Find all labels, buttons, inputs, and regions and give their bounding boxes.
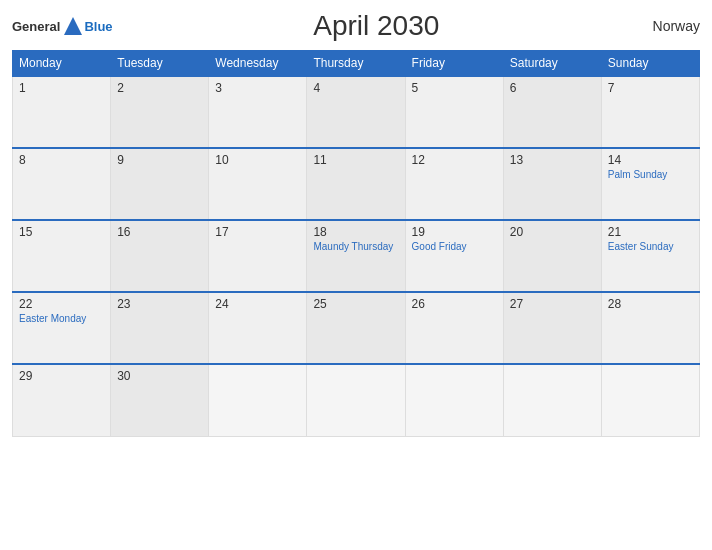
table-row: 19Good Friday (405, 220, 503, 292)
day-number: 22 (19, 297, 104, 311)
holiday-label: Palm Sunday (608, 169, 693, 180)
table-row: 26 (405, 292, 503, 364)
day-number: 6 (510, 81, 595, 95)
table-row: 15 (13, 220, 111, 292)
day-number: 19 (412, 225, 497, 239)
logo-general-text: General (12, 19, 60, 34)
weekday-header-row: Monday Tuesday Wednesday Thursday Friday… (13, 51, 700, 77)
day-number: 13 (510, 153, 595, 167)
table-row: 4 (307, 76, 405, 148)
calendar-table: Monday Tuesday Wednesday Thursday Friday… (12, 50, 700, 437)
table-row: 16 (111, 220, 209, 292)
day-number: 28 (608, 297, 693, 311)
table-row (503, 364, 601, 436)
day-number: 16 (117, 225, 202, 239)
table-row: 17 (209, 220, 307, 292)
holiday-label: Good Friday (412, 241, 497, 252)
table-row: 29 (13, 364, 111, 436)
table-row: 30 (111, 364, 209, 436)
day-number: 17 (215, 225, 300, 239)
table-row: 14Palm Sunday (601, 148, 699, 220)
table-row: 11 (307, 148, 405, 220)
table-row: 21Easter Sunday (601, 220, 699, 292)
day-number: 1 (19, 81, 104, 95)
logo-icon (62, 15, 84, 37)
day-number: 4 (313, 81, 398, 95)
table-row (601, 364, 699, 436)
logo: General Blue (12, 15, 113, 37)
table-row: 27 (503, 292, 601, 364)
day-number: 27 (510, 297, 595, 311)
day-number: 23 (117, 297, 202, 311)
day-number: 3 (215, 81, 300, 95)
table-row: 2 (111, 76, 209, 148)
table-row: 6 (503, 76, 601, 148)
table-row: 3 (209, 76, 307, 148)
table-row: 13 (503, 148, 601, 220)
table-row: 5 (405, 76, 503, 148)
day-number: 8 (19, 153, 104, 167)
day-number: 11 (313, 153, 398, 167)
col-friday: Friday (405, 51, 503, 77)
table-row: 25 (307, 292, 405, 364)
day-number: 21 (608, 225, 693, 239)
table-row: 18Maundy Thursday (307, 220, 405, 292)
holiday-label: Easter Sunday (608, 241, 693, 252)
table-row: 1 (13, 76, 111, 148)
logo-blue-text: Blue (84, 19, 112, 34)
col-thursday: Thursday (307, 51, 405, 77)
day-number: 14 (608, 153, 693, 167)
holiday-label: Easter Monday (19, 313, 104, 324)
table-row: 24 (209, 292, 307, 364)
table-row: 20 (503, 220, 601, 292)
table-row: 7 (601, 76, 699, 148)
week-row-1: 1234567 (13, 76, 700, 148)
col-saturday: Saturday (503, 51, 601, 77)
day-number: 7 (608, 81, 693, 95)
col-sunday: Sunday (601, 51, 699, 77)
calendar-page: General Blue April 2030 Norway Monday Tu… (0, 0, 712, 550)
week-row-2: 891011121314Palm Sunday (13, 148, 700, 220)
table-row: 12 (405, 148, 503, 220)
day-number: 5 (412, 81, 497, 95)
day-number: 18 (313, 225, 398, 239)
day-number: 25 (313, 297, 398, 311)
week-row-4: 22Easter Monday232425262728 (13, 292, 700, 364)
header: General Blue April 2030 Norway (12, 10, 700, 42)
svg-marker-0 (64, 17, 82, 35)
day-number: 12 (412, 153, 497, 167)
col-wednesday: Wednesday (209, 51, 307, 77)
week-row-3: 15161718Maundy Thursday19Good Friday2021… (13, 220, 700, 292)
week-row-5: 2930 (13, 364, 700, 436)
day-number: 29 (19, 369, 104, 383)
day-number: 26 (412, 297, 497, 311)
table-row: 9 (111, 148, 209, 220)
col-tuesday: Tuesday (111, 51, 209, 77)
table-row: 28 (601, 292, 699, 364)
holiday-label: Maundy Thursday (313, 241, 398, 252)
day-number: 9 (117, 153, 202, 167)
table-row: 8 (13, 148, 111, 220)
day-number: 30 (117, 369, 202, 383)
table-row (209, 364, 307, 436)
table-row (405, 364, 503, 436)
table-row: 10 (209, 148, 307, 220)
day-number: 20 (510, 225, 595, 239)
col-monday: Monday (13, 51, 111, 77)
calendar-title: April 2030 (113, 10, 640, 42)
day-number: 10 (215, 153, 300, 167)
table-row: 23 (111, 292, 209, 364)
country-label: Norway (640, 18, 700, 34)
day-number: 15 (19, 225, 104, 239)
table-row (307, 364, 405, 436)
day-number: 2 (117, 81, 202, 95)
table-row: 22Easter Monday (13, 292, 111, 364)
day-number: 24 (215, 297, 300, 311)
